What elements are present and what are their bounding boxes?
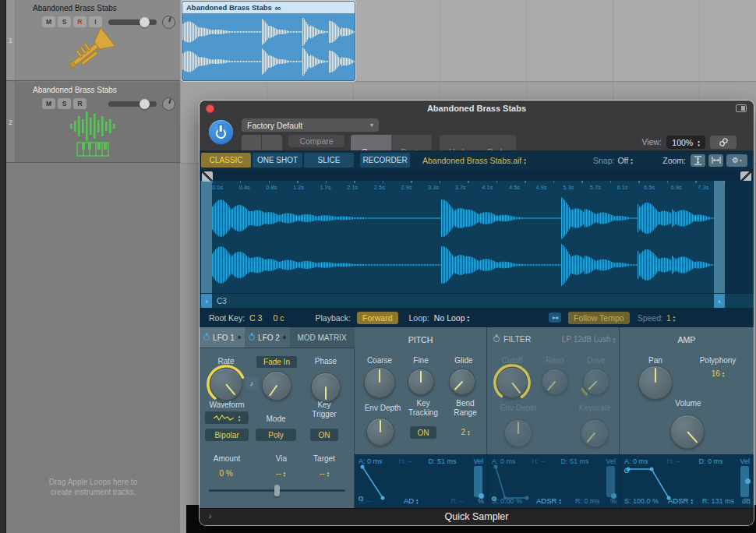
view-zoom-dropdown[interactable]: 100%	[666, 136, 705, 149]
root-key-label: Root Key:	[209, 313, 245, 323]
lfo-amount-slider[interactable]	[209, 489, 345, 492]
velocity-bar[interactable]	[606, 466, 615, 497]
track-header-2[interactable]: 2 Abandoned Brass Stabs M S R	[6, 82, 180, 163]
glide-label: Glide	[454, 356, 472, 365]
mute-button[interactable]: M	[42, 16, 55, 27]
lfo2-power-icon[interactable]	[249, 334, 255, 341]
waveform-display[interactable]: 0.0s0.4s0.8s1.2s1.7s2.1s2.5s2.9s3.3s3.7s…	[200, 170, 754, 293]
plugin-titlebar[interactable]: Abandoned Brass Stabs	[200, 101, 754, 117]
amp-envelope-panel[interactable]: A: 0 msH: –D: 0 msVel S: 100.0 %ADSRR: 1…	[620, 454, 754, 508]
keyscale-knob[interactable]	[581, 419, 609, 447]
rate-sync-note-button[interactable]: ♪	[246, 377, 258, 390]
sustain-value[interactable]: S: 0.00 %	[492, 497, 522, 505]
mute-button[interactable]: M	[42, 98, 55, 109]
filter-envelope-panel[interactable]: A: 0 msH: –D: 51 msVel S: 0.00 %ADSRR: 0…	[487, 454, 620, 508]
updown-arrows-icon	[325, 469, 330, 478]
playback-mode-chip[interactable]: Forward	[357, 312, 398, 324]
via-value[interactable]: --	[276, 469, 285, 478]
horizontal-zoom-button[interactable]	[708, 154, 723, 167]
pitch-env-depth-knob[interactable]	[366, 418, 394, 446]
key-trigger-chip[interactable]: ON	[310, 429, 338, 441]
sustain-value[interactable]: S: –	[359, 497, 371, 505]
track-header-panel: 1 Abandoned Brass Stabs M S R I 2 Abando…	[6, 0, 180, 533]
env-mode-dropdown[interactable]: AD	[404, 496, 419, 505]
amp-volume-knob[interactable]	[670, 415, 705, 449]
gear-icon: ⚙	[732, 156, 739, 164]
release-value[interactable]: R: 0 ms	[575, 497, 599, 505]
tab-recorder[interactable]: RECORDER	[360, 153, 410, 168]
sample-file-dropdown[interactable]: Abandoned Brass Stabs.aif	[422, 156, 526, 165]
env-mode-dropdown[interactable]: ADSR	[668, 496, 693, 505]
reverse-button[interactable]: ▸◂	[549, 312, 561, 323]
pan-label: Pan	[648, 356, 662, 365]
velocity-bar[interactable]	[740, 466, 749, 497]
loop-mode-dropdown[interactable]: No Loop	[434, 313, 469, 323]
sample-end-handle[interactable]	[714, 181, 725, 293]
loop-label: Loop:	[409, 313, 429, 323]
amp-pan-knob[interactable]	[638, 365, 673, 400]
env-mode-dropdown[interactable]: ADSR	[536, 496, 561, 505]
action-menu-button[interactable]: ⚙▾	[726, 154, 747, 167]
speed-label: Speed:	[638, 313, 663, 323]
track-header-1[interactable]: 1 Abandoned Brass Stabs M S R I	[6, 0, 180, 81]
pitch-envelope-panel[interactable]: A: 0 msH: –D: 51 msVel S: –ADR: –%	[355, 454, 487, 508]
fine-knob[interactable]	[408, 369, 434, 395]
phase-knob[interactable]	[311, 372, 341, 402]
snap-dropdown[interactable]: Snap:Off	[593, 156, 633, 165]
velocity-handle[interactable]	[745, 478, 751, 484]
drive-knob[interactable]	[583, 369, 609, 395]
sample-start-handle[interactable]	[201, 181, 212, 293]
follow-tempo-button[interactable]: Follow Tempo	[568, 312, 630, 324]
speed-dropdown[interactable]: 1	[666, 313, 675, 323]
filter-env-depth-knob[interactable]	[504, 419, 532, 447]
collapse-keymap-button[interactable]: ‹	[714, 294, 725, 309]
rate-knob[interactable]	[210, 368, 242, 401]
root-key-value[interactable]: C 3	[249, 313, 262, 323]
bend-range-value[interactable]: 2	[461, 428, 469, 437]
compare-button[interactable]: Compare	[288, 135, 344, 147]
velocity-bar[interactable]	[474, 466, 482, 497]
polyphony-value[interactable]: 16	[712, 369, 725, 379]
window-mode-icon[interactable]	[736, 104, 747, 112]
slider-handle[interactable]	[274, 485, 280, 496]
key-tracking-chip[interactable]: ON	[410, 426, 436, 439]
lfo-polarity-chip[interactable]: Bipolar	[205, 429, 249, 441]
pan-knob[interactable]	[162, 97, 175, 111]
decay-value[interactable]: D: 0 ms	[698, 457, 722, 465]
tab-classic[interactable]: CLASSIC	[201, 153, 251, 168]
amount-value[interactable]: 0 %	[219, 469, 232, 478]
glide-knob[interactable]	[449, 369, 475, 395]
vertical-zoom-button[interactable]	[691, 154, 705, 167]
playback-label: Playback:	[315, 313, 351, 323]
tab-mod-matrix[interactable]: MOD MATRIX	[290, 327, 354, 348]
release-value[interactable]: R: 131 ms	[702, 497, 734, 505]
lfo-waveform-selector[interactable]	[205, 411, 249, 424]
filter-type-dropdown[interactable]: LP 12dB Lush	[562, 335, 615, 344]
tab-slice[interactable]: SLICE	[304, 153, 354, 168]
sustain-value[interactable]: S: 100.0 %	[624, 497, 659, 505]
tab-lfo2[interactable]: LFO 2	[245, 327, 290, 348]
pan-knob[interactable]	[162, 16, 175, 29]
plugin-power-button[interactable]	[209, 120, 233, 144]
release-value[interactable]: R: –	[450, 497, 464, 505]
link-button[interactable]	[710, 136, 737, 149]
root-key-cents[interactable]: 0 c	[273, 313, 284, 323]
audio-region[interactable]: Abandoned Brass Stabs ∞	[182, 1, 355, 81]
tab-one-shot[interactable]: ONE SHOT	[253, 153, 302, 168]
lfo1-power-icon[interactable]	[203, 334, 210, 341]
tab-lfo1[interactable]: LFO 1	[200, 327, 245, 348]
cutoff-knob[interactable]	[496, 367, 528, 398]
fade-in-label-chip[interactable]: Fade In	[256, 356, 297, 368]
preset-dropdown[interactable]: Factory Default▾	[242, 118, 379, 132]
lfo-mode-chip[interactable]: Poly	[256, 429, 296, 441]
waveform-scroll-strip[interactable]	[200, 170, 754, 181]
updown-arrows-icon	[671, 313, 676, 323]
coarse-knob[interactable]	[364, 367, 395, 398]
updown-arrows-icon	[695, 138, 700, 147]
fade-in-knob[interactable]	[262, 371, 291, 401]
vertical-zoom-icon	[694, 156, 702, 165]
expand-keymap-button[interactable]: ›	[201, 294, 212, 309]
target-value[interactable]: --	[320, 469, 329, 478]
reso-knob[interactable]	[542, 369, 568, 395]
filter-power-icon[interactable]	[493, 336, 500, 342]
